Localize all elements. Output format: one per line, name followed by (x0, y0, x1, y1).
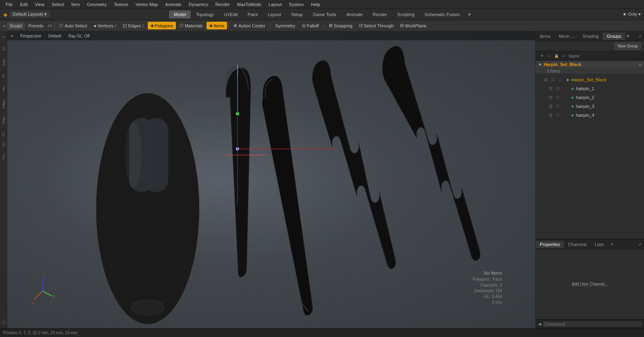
list-item-4[interactable]: ⬡ ⬡ ◈ hairpin_4 (536, 111, 644, 120)
item-4-vis-icon: ⬡ (547, 112, 554, 119)
list-item-2[interactable]: ⬡ ⬡ ◈ hairpin_2 (536, 93, 644, 102)
polygons-btn[interactable]: ◈ Polygons (148, 22, 176, 29)
ptab-channels[interactable]: Channels (564, 241, 590, 248)
left-sidebar: S Df... Dup... M... Ver... Edge... Poly.… (0, 31, 7, 328)
tab-paint[interactable]: Paint (243, 10, 262, 19)
item-4-name: hairpin_4 (576, 113, 594, 118)
menu-vertex-map[interactable]: Vertex Map (132, 1, 161, 8)
rtab-shading[interactable]: Shading (578, 33, 603, 40)
svg-text:Polygons : Face: Polygons : Face (473, 277, 502, 281)
sidebar-tool-df[interactable]: Df... (1, 41, 6, 53)
tab-animate[interactable]: Animate (342, 10, 367, 19)
menu-layout[interactable]: Layout (265, 1, 285, 8)
select-through-icon: ⊡ (359, 23, 363, 28)
sidebar-tool-uv[interactable]: UV (1, 139, 6, 149)
sidebar-tool-poly[interactable]: Poly... (1, 112, 6, 126)
right-panel-top: Items Mesh ... Shading Groups ▾ ⤢ New Gr… (536, 31, 644, 239)
tab-schematic-fusion[interactable]: Schematic Fusion (420, 10, 464, 19)
app-icon: ◈ (3, 11, 8, 18)
hairpin-4 (382, 46, 480, 261)
menu-file[interactable]: File (2, 1, 16, 8)
shading-btn[interactable]: Default (46, 33, 63, 39)
snapping-btn[interactable]: ⊞ Snapping (326, 22, 355, 29)
sidebar-tool-bottom[interactable]: ○ (1, 319, 6, 325)
list-item-1[interactable]: ⬡ ⬡ ◈ hairpin_1 (536, 84, 644, 93)
menu-item[interactable]: Item (68, 1, 83, 8)
command-input[interactable] (543, 321, 642, 327)
falloff-btn[interactable]: ◎ Falloff (299, 22, 322, 29)
panel-arrow-left[interactable]: ◀ (2, 24, 6, 28)
sidebar-tool-cl[interactable]: Cl... (1, 127, 6, 139)
sidebar-tool-s[interactable]: S (1, 33, 6, 41)
sel-icon-header: ⊙ (560, 52, 567, 60)
group-header-row[interactable]: ▼ Harpin_Set_Black ✕ (536, 61, 644, 68)
add-layout-tab[interactable]: + (465, 11, 473, 18)
workplane-btn[interactable]: ⊟ WorkPlane (397, 22, 429, 29)
item-1-vis-icon: ⬡ (547, 85, 554, 92)
auto-select-btn[interactable]: ⬡ Auto Select (56, 22, 90, 29)
menu-maxtomodo[interactable]: MaxToModo (234, 1, 264, 8)
rtab-mesh[interactable]: Mesh ... (555, 33, 578, 40)
select-through-btn[interactable]: ⊡ Select Through (356, 22, 396, 29)
vertices-btn[interactable]: ● Vertices 2 (91, 22, 120, 29)
rtab-items[interactable]: Items (536, 33, 555, 40)
add-channel-btn[interactable]: Add User Channel... (572, 282, 608, 287)
symmetry-btn[interactable]: Symmetry (272, 22, 298, 29)
sculpt-btn[interactable]: Sculpt (7, 22, 25, 29)
sidebar-tool-ver[interactable]: Ver... (1, 81, 6, 94)
list-item-3[interactable]: ⬡ ⬡ ◈ hairpin_3 (536, 102, 644, 111)
ptab-plus[interactable]: + (609, 241, 615, 247)
item-1-name: hairpin_1 (576, 86, 594, 91)
perspective-btn[interactable]: Perspective (18, 33, 43, 39)
edges-btn[interactable]: ◱ Edges 2 (120, 22, 147, 29)
tab-game-tools[interactable]: Game Tools (308, 10, 341, 19)
list-item-0[interactable]: ⬡ ⬡ □ ◈ Harpin_Set_Black (536, 75, 644, 84)
menu-edit[interactable]: Edit (17, 1, 31, 8)
presets-btn[interactable]: Presets (26, 22, 46, 29)
ptab-properties[interactable]: Properties (536, 241, 564, 248)
raygl-btn[interactable]: Ray GL: Off (66, 33, 92, 39)
presets-shortcut: F6 (47, 24, 53, 28)
menu-geometry[interactable]: Geometry (84, 1, 109, 8)
menu-texture[interactable]: Texture (111, 1, 132, 8)
group-close-btn[interactable]: ✕ (638, 62, 642, 67)
sidebar-tool-fu[interactable]: Fu... (1, 149, 6, 162)
menu-dynamics[interactable]: Dynamics (186, 1, 211, 8)
rtab-expand[interactable]: ⤢ (636, 34, 644, 38)
tab-setup[interactable]: Setup (286, 10, 308, 19)
viewport-expand-arrow[interactable]: ▶ (10, 34, 15, 38)
sidebar-tool-edge[interactable]: Edge... (1, 94, 6, 111)
sidebar-tool-dup[interactable]: Dup... (1, 54, 6, 68)
materials-btn[interactable]: ⬡ Materials (177, 22, 206, 29)
menu-system[interactable]: System (286, 1, 307, 8)
tab-uvedit[interactable]: UVEdit (219, 10, 242, 19)
ptab-expand[interactable]: ⤢ (636, 242, 644, 246)
menu-render[interactable]: Render (212, 1, 233, 8)
only-label[interactable]: ★ Only ▾ (623, 12, 641, 17)
tab-topology[interactable]: Topology (191, 10, 219, 19)
tab-render[interactable]: Render (368, 10, 392, 19)
menu-animate[interactable]: Animate (162, 1, 184, 8)
sidebar-tool-m[interactable]: M... (1, 69, 6, 80)
item-0-render-icon: ⬡ (549, 76, 557, 83)
ptab-lists[interactable]: Lists (591, 241, 608, 248)
svg-point-3 (131, 300, 164, 315)
menu-view[interactable]: View (32, 1, 48, 8)
default-layouts-btn[interactable]: Default Layouts ▾ (9, 11, 50, 18)
tab-model[interactable]: Model (169, 10, 191, 19)
icons-header-row: 👁 ⬡ 🔒 ⊙ Name (536, 52, 644, 61)
viewport-area[interactable]: ▶ Perspective Default Ray GL: Off ⊕ ↺ □ … (7, 31, 535, 328)
right-panel-bottom: Properties Channels Lists + ⤢ Add User C… (536, 239, 644, 319)
menu-select[interactable]: Select (48, 1, 67, 8)
rtab-more[interactable]: ▾ (625, 33, 631, 39)
action-center-btn[interactable]: ⊕ Action Center (231, 22, 268, 29)
tab-scripting[interactable]: Scripting (392, 10, 419, 19)
items-btn[interactable]: ◈ Items (206, 22, 227, 29)
new-group-row: New Group (536, 41, 644, 52)
new-group-btn[interactable]: New Group (615, 43, 641, 50)
cmd-arrow-left[interactable]: ◀ (538, 322, 541, 326)
menu-help[interactable]: Help (308, 1, 324, 8)
item-3-vis-icon: ⬡ (547, 103, 554, 110)
rtab-groups[interactable]: Groups (603, 33, 625, 40)
tab-layout[interactable]: Layout (263, 10, 286, 19)
